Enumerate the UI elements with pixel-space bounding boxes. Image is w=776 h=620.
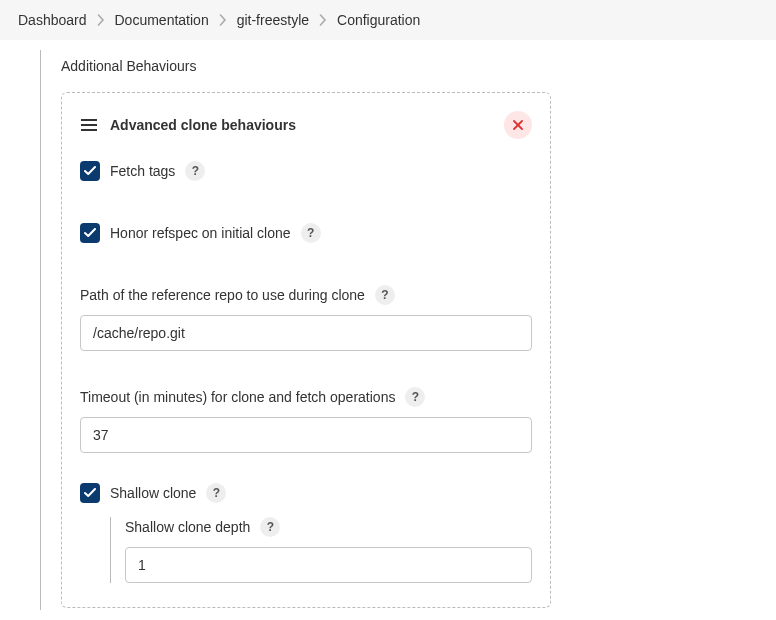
vertical-divider <box>110 517 111 583</box>
drag-handle-icon[interactable] <box>80 118 98 132</box>
help-icon[interactable]: ? <box>375 285 395 305</box>
honor-refspec-checkbox[interactable] <box>80 223 100 243</box>
breadcrumb-item-dashboard[interactable]: Dashboard <box>18 12 87 28</box>
timeout-label: Timeout (in minutes) for clone and fetch… <box>80 389 395 405</box>
reference-path-label: Path of the reference repo to use during… <box>80 287 365 303</box>
shallow-depth-label: Shallow clone depth <box>125 519 250 535</box>
chevron-right-icon <box>319 14 327 26</box>
chevron-right-icon <box>219 14 227 26</box>
fetch-tags-checkbox[interactable] <box>80 161 100 181</box>
shallow-clone-checkbox[interactable] <box>80 483 100 503</box>
honor-refspec-label: Honor refspec on initial clone <box>110 225 291 241</box>
shallow-clone-label: Shallow clone <box>110 485 196 501</box>
fetch-tags-label: Fetch tags <box>110 163 175 179</box>
help-icon[interactable]: ? <box>185 161 205 181</box>
close-icon <box>513 120 523 130</box>
reference-path-input[interactable] <box>80 315 532 351</box>
vertical-divider <box>40 50 41 610</box>
remove-behaviour-button[interactable] <box>504 111 532 139</box>
help-icon[interactable]: ? <box>206 483 226 503</box>
help-icon[interactable]: ? <box>301 223 321 243</box>
breadcrumb-item-git-freestyle[interactable]: git-freestyle <box>237 12 309 28</box>
breadcrumb-item-documentation[interactable]: Documentation <box>115 12 209 28</box>
shallow-depth-input[interactable] <box>125 547 532 583</box>
panel-title: Advanced clone behaviours <box>110 117 492 133</box>
chevron-right-icon <box>97 14 105 26</box>
timeout-input[interactable] <box>80 417 532 453</box>
breadcrumb: Dashboard Documentation git-freestyle Co… <box>0 0 776 40</box>
breadcrumb-item-configuration[interactable]: Configuration <box>337 12 420 28</box>
section-title: Additional Behaviours <box>61 58 746 74</box>
advanced-clone-panel: Advanced clone behaviours Fetch tags ? <box>61 92 551 608</box>
help-icon[interactable]: ? <box>405 387 425 407</box>
help-icon[interactable]: ? <box>260 517 280 537</box>
